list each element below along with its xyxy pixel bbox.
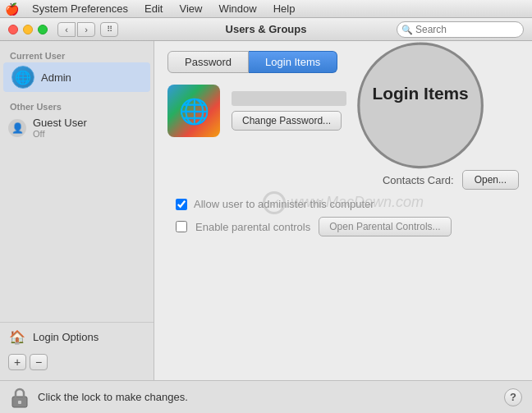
svg-rect-3: [18, 401, 21, 404]
close-button[interactable]: [8, 25, 18, 34]
add-user-button[interactable]: +: [8, 354, 26, 370]
allow-admin-row: Allow user to administer this computer: [167, 198, 519, 210]
menu-window[interactable]: Window: [212, 1, 263, 16]
back-button[interactable]: ‹: [57, 22, 76, 37]
help-button[interactable]: ?: [504, 388, 522, 406]
contacts-label: Contacts Card:: [383, 174, 454, 186]
profile-info: Change Password...: [232, 91, 519, 131]
login-options-item[interactable]: 🏠 Login Options: [0, 322, 154, 351]
search-input[interactable]: [397, 21, 524, 38]
guest-item-text: Guest User Off: [33, 117, 87, 139]
guest-name: Guest User: [33, 117, 87, 129]
parental-controls-row: Enable parental controls Open Parental C…: [167, 217, 519, 236]
sidebar-item-guest[interactable]: 👤 Guest User Off: [0, 113, 154, 142]
guest-avatar: 👤: [8, 119, 26, 137]
other-users-label: Other Users: [0, 99, 154, 113]
grid-button[interactable]: ⠿: [100, 22, 118, 37]
search-bar: 🔍: [397, 21, 524, 38]
parental-controls-label: Enable parental controls: [195, 221, 310, 233]
open-contacts-button[interactable]: Open...: [462, 170, 519, 190]
right-panel: Password Login Items 🌐 Change Password..…: [154, 41, 532, 380]
sidebar-bottom-buttons: + −: [0, 351, 154, 374]
profile-avatar: 🌐: [167, 85, 220, 137]
parental-controls-checkbox[interactable]: [176, 221, 187, 232]
apple-menu[interactable]: 🍎: [5, 2, 19, 16]
guest-status: Off: [33, 129, 87, 139]
user-profile: 🌐 Change Password...: [167, 85, 519, 137]
main-content: Current User 🌐 Admin Other Users 👤 Guest…: [0, 41, 532, 380]
current-user-label: Current User: [0, 48, 154, 62]
menu-system-preferences[interactable]: System Preferences: [25, 1, 135, 16]
maximize-button[interactable]: [38, 25, 48, 34]
open-parental-controls-button[interactable]: Open Parental Controls...: [319, 217, 451, 236]
bottom-bar: Click the lock to make changes. ?: [0, 380, 532, 413]
sidebar-item-admin[interactable]: 🌐 Admin: [3, 62, 150, 92]
window-title: Users & Groups: [226, 23, 307, 35]
admin-avatar: 🌐: [11, 66, 34, 89]
profile-name-blur: [232, 91, 346, 106]
title-bar: ‹ › ⠿ Users & Groups 🔍: [0, 18, 532, 41]
lock-icon[interactable]: [10, 387, 30, 408]
login-options-label: Login Options: [33, 331, 99, 343]
allow-admin-label: Allow user to administer this computer: [194, 198, 374, 210]
nav-buttons: ‹ ›: [57, 22, 95, 37]
lock-text: Click the lock to make changes.: [38, 391, 496, 403]
allow-admin-checkbox[interactable]: [176, 199, 187, 210]
forward-button[interactable]: ›: [77, 22, 95, 37]
change-password-button[interactable]: Change Password...: [232, 111, 342, 131]
admin-item-text: Admin: [41, 71, 71, 84]
tab-bar: Password Login Items: [167, 51, 519, 73]
admin-name: Admin: [41, 71, 71, 84]
traffic-lights: [8, 25, 48, 34]
tab-password[interactable]: Password: [167, 51, 249, 73]
minimize-button[interactable]: [23, 25, 33, 34]
menu-help[interactable]: Help: [267, 1, 302, 16]
remove-user-button[interactable]: −: [30, 354, 48, 370]
sidebar: Current User 🌐 Admin Other Users 👤 Guest…: [0, 41, 154, 380]
menu-view[interactable]: View: [172, 1, 209, 16]
search-icon: 🔍: [401, 24, 413, 34]
menu-edit[interactable]: Edit: [138, 1, 169, 16]
contacts-row: Contacts Card: Open...: [167, 170, 519, 190]
tab-login-items[interactable]: Login Items: [249, 51, 337, 73]
menu-bar: 🍎 System Preferences Edit View Window He…: [0, 0, 532, 18]
house-icon: 🏠: [8, 328, 26, 346]
